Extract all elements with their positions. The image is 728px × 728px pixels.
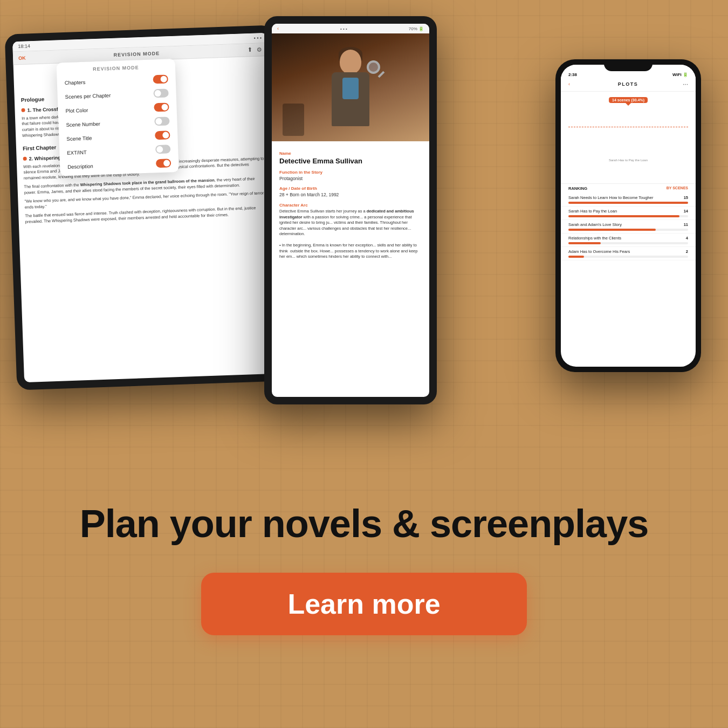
share-icon[interactable]: ⬆: [248, 46, 252, 53]
center-content: Name Detective Emma Sullivan Function in…: [272, 141, 429, 265]
phone-time: 2:38: [568, 72, 577, 77]
rank-name-4: Relationships with the Clients: [568, 236, 682, 241]
revision-mode-dropdown: REVISION MODE Chapters Scenes per Chapte…: [57, 59, 179, 176]
function-value: Protagonist: [279, 176, 422, 182]
tablet-left: 18:14 • • • OK REVISION MODE ⬆ ⚙ REVISIO…: [5, 25, 287, 390]
magnifier-icon: [367, 60, 380, 74]
rank-count-2: 14: [684, 209, 688, 214]
dropdown-chapters-label: Chapters: [65, 79, 86, 85]
phone-screen: 2:38 WiFi 🔋 ‹ PLOTS ··· 14 scenes (30.4%…: [561, 65, 696, 367]
bottom-section: Plan your novels & screenplays Learn mor…: [0, 421, 728, 728]
phone-back-button[interactable]: ‹: [568, 81, 570, 87]
toggle-plot-color[interactable]: [154, 102, 169, 112]
tablet-center-screen: ‹ • • • 70% 🔋 Name: [272, 24, 429, 397]
tablet-left-screen: 18:14 • • • OK REVISION MODE ⬆ ⚙ REVISIO…: [12, 33, 279, 382]
rank-item-4: Relationships with the Clients 4: [561, 233, 696, 247]
bar-chart: [568, 97, 688, 156]
devices-area: 18:14 • • • OK REVISION MODE ⬆ ⚙ REVISIO…: [0, 0, 728, 421]
dropdown-scenes-label: Scenes per Chapter: [65, 92, 111, 100]
dropdown-ext-int-label: EXT/INT: [67, 149, 87, 155]
toggle-description[interactable]: [156, 159, 171, 168]
rank-item-3: Sarah and Adam's Love Story 11: [561, 220, 696, 233]
ranking-by: BY SCENES: [667, 186, 688, 191]
phone-nav-dots[interactable]: ···: [683, 80, 688, 88]
name-label: Name: [279, 151, 422, 156]
ranking-label: RANKING: [568, 186, 587, 191]
chapter1-dot: [21, 108, 25, 112]
center-hero-image: [272, 33, 429, 141]
rank-item-5: Adam Has to Overcome His Fears 2: [561, 247, 696, 260]
character-arc-text: Detective Emma Sullivan starts her journ…: [279, 209, 422, 260]
ranking-header: RANKING BY SCENES: [561, 183, 696, 193]
dropdown-description-label: Description: [67, 163, 93, 170]
chart-axis-label: Sarah Has to Pay the Loan: [568, 159, 688, 162]
headline: Plan your novels & screenplays: [80, 503, 648, 545]
age-label: Age / Date of Birth: [279, 186, 422, 191]
character-arc-label: Character Arc: [279, 203, 422, 208]
toggle-scene-number[interactable]: [154, 116, 170, 126]
phone-nav: ‹ PLOTS ···: [561, 79, 696, 92]
detective-head: [340, 50, 361, 74]
ok-button[interactable]: OK: [18, 55, 26, 60]
center-back-icon[interactable]: ‹: [277, 26, 279, 31]
center-battery: 70% 🔋: [409, 26, 424, 31]
learn-more-button[interactable]: Learn more: [201, 573, 526, 635]
gear-icon[interactable]: ⚙: [257, 46, 262, 53]
rank-count-1: 15: [684, 195, 688, 200]
toggle-scenes-per-chapter[interactable]: [153, 88, 169, 98]
dropdown-scene-number-label: Scene Number: [66, 120, 100, 127]
detective-figure: [318, 44, 383, 141]
dropdown-plot-color-label: Plot Color: [65, 107, 88, 113]
tablet-left-time: 18:14: [18, 43, 30, 49]
center-statusbar-dots: • • •: [340, 26, 347, 31]
rank-count-3: 11: [684, 222, 688, 227]
rank-name-1: Sarah Needs to Learn How to Become Tough…: [568, 195, 679, 200]
toggle-scene-title[interactable]: [155, 131, 170, 140]
center-statusbar: ‹ • • • 70% 🔋: [272, 24, 429, 33]
rank-name-3: Sarah and Adam's Love Story: [568, 222, 679, 227]
rank-count-5: 2: [686, 249, 688, 254]
age-value: 28 + Born on March 12, 1992: [279, 192, 422, 198]
chapter2-dot: [23, 157, 27, 161]
detective-body: [332, 72, 369, 126]
rank-item-1: Sarah Needs to Learn How to Become Tough…: [561, 193, 696, 207]
toggle-chapters[interactable]: [153, 74, 168, 84]
dropdown-scene-title-label: Scene Title: [66, 135, 92, 142]
chart-container: 14 scenes (30.4%): [561, 92, 696, 183]
phone-status-icons: WiFi 🔋: [672, 72, 688, 77]
phone-nav-title: PLOTS: [573, 81, 683, 87]
tablet-center: ‹ • • • 70% 🔋 Name: [264, 16, 437, 404]
rank-count-4: 4: [686, 236, 688, 241]
phone-notch: [604, 59, 653, 71]
tablet-left-dots: • • •: [254, 35, 262, 40]
phone-right: 2:38 WiFi 🔋 ‹ PLOTS ··· 14 scenes (30.4%…: [555, 59, 701, 372]
rank-name-2: Sarah Has to Pay the Loan: [568, 209, 679, 214]
rank-item-2: Sarah Has to Pay the Loan 14: [561, 207, 696, 220]
rank-name-5: Adam Has to Overcome His Fears: [568, 249, 682, 254]
toggle-ext-int[interactable]: [155, 145, 171, 154]
name-value: Detective Emma Sullivan: [279, 157, 422, 166]
function-label: Function in the Story: [279, 170, 422, 175]
